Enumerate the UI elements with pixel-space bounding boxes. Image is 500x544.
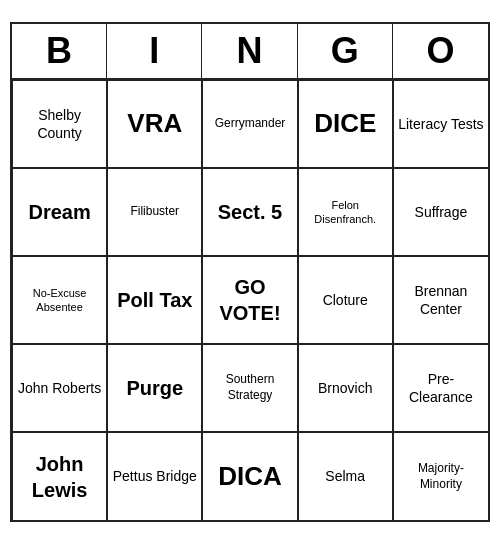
cell-text: Cloture xyxy=(323,291,368,309)
cell-text: DICE xyxy=(314,107,376,141)
bingo-cell: Pre-Clearance xyxy=(393,344,488,432)
cell-text: VRA xyxy=(127,107,182,141)
bingo-cell: DICE xyxy=(298,80,393,168)
bingo-cell: Dream xyxy=(12,168,107,256)
bingo-cell: Poll Tax xyxy=(107,256,202,344)
cell-text: Dream xyxy=(28,199,90,225)
cell-text: Majority-Minority xyxy=(398,461,484,492)
bingo-cell: Southern Strategy xyxy=(202,344,297,432)
cell-text: Gerrymander xyxy=(215,116,286,132)
bingo-cell: Pettus Bridge xyxy=(107,432,202,520)
cell-text: Sect. 5 xyxy=(218,199,282,225)
bingo-cell: Gerrymander xyxy=(202,80,297,168)
cell-text: Brennan Center xyxy=(398,282,484,318)
bingo-cell: John Roberts xyxy=(12,344,107,432)
cell-text: No-Excuse Absentee xyxy=(17,286,102,315)
bingo-cell: Felon Disenfranch. xyxy=(298,168,393,256)
cell-text: Filibuster xyxy=(130,204,179,220)
cell-text: Pre-Clearance xyxy=(398,370,484,406)
bingo-cell: Suffrage xyxy=(393,168,488,256)
bingo-cell: Selma xyxy=(298,432,393,520)
header-letter: I xyxy=(107,24,202,78)
bingo-cell: Filibuster xyxy=(107,168,202,256)
bingo-cell: Brnovich xyxy=(298,344,393,432)
header-letter: N xyxy=(202,24,297,78)
cell-text: Felon Disenfranch. xyxy=(303,198,388,227)
bingo-cell: DICA xyxy=(202,432,297,520)
cell-text: Poll Tax xyxy=(117,287,192,313)
cell-text: Literacy Tests xyxy=(398,115,483,133)
bingo-cell: John Lewis xyxy=(12,432,107,520)
header-letter: O xyxy=(393,24,488,78)
cell-text: Purge xyxy=(126,375,183,401)
bingo-cell: Majority-Minority xyxy=(393,432,488,520)
cell-text: John Lewis xyxy=(17,451,102,503)
header-letter: B xyxy=(12,24,107,78)
cell-text: Suffrage xyxy=(415,203,468,221)
bingo-card: BINGO Shelby CountyVRAGerrymanderDICELit… xyxy=(10,22,490,522)
bingo-cell: Sect. 5 xyxy=(202,168,297,256)
bingo-cell: GO VOTE! xyxy=(202,256,297,344)
cell-text: Shelby County xyxy=(17,106,102,142)
bingo-cell: Purge xyxy=(107,344,202,432)
bingo-grid: Shelby CountyVRAGerrymanderDICELiteracy … xyxy=(12,80,488,520)
bingo-cell: Literacy Tests xyxy=(393,80,488,168)
bingo-cell: Cloture xyxy=(298,256,393,344)
bingo-cell: Shelby County xyxy=(12,80,107,168)
cell-text: GO VOTE! xyxy=(207,274,292,326)
cell-text: Southern Strategy xyxy=(207,372,292,403)
cell-text: Selma xyxy=(325,467,365,485)
cell-text: Pettus Bridge xyxy=(113,467,197,485)
cell-text: DICA xyxy=(218,460,282,494)
cell-text: Brnovich xyxy=(318,379,372,397)
bingo-header: BINGO xyxy=(12,24,488,80)
bingo-cell: No-Excuse Absentee xyxy=(12,256,107,344)
bingo-cell: Brennan Center xyxy=(393,256,488,344)
header-letter: G xyxy=(298,24,393,78)
bingo-cell: VRA xyxy=(107,80,202,168)
cell-text: John Roberts xyxy=(18,379,101,397)
